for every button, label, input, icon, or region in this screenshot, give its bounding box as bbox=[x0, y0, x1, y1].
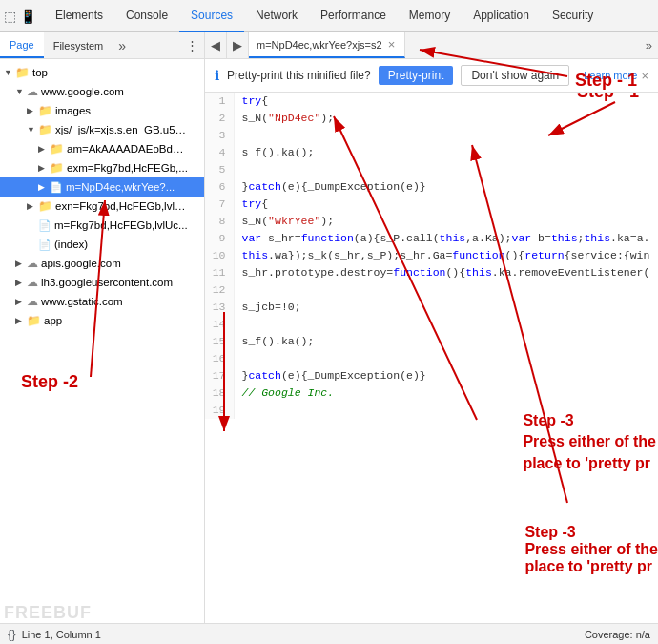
tree-item-am[interactable]: ▶ 📁 am=AkAAAADAEoBdd40... bbox=[0, 139, 204, 158]
cursor-position: Line 1, Column 1 bbox=[22, 629, 101, 640]
file-tab-bar: ◀ ▶ m=NpD4ec,wkrYee?xjs=s2 × » bbox=[205, 32, 658, 59]
panel-settings-icon[interactable]: ⋮ bbox=[180, 32, 204, 58]
file-tab-more[interactable]: » bbox=[640, 32, 658, 58]
pretty-print-banner: ℹ Pretty-print this minified file? Prett… bbox=[205, 59, 658, 93]
tab-nav: Elements Console Sources Network Perform… bbox=[44, 0, 605, 32]
table-row: 17}catch(e){_DumpException(e)} bbox=[205, 367, 658, 384]
nav-forward-icon[interactable]: ▶ bbox=[227, 32, 249, 58]
inspect-icon[interactable]: ⬚ bbox=[4, 9, 16, 24]
banner-right: Learn more × bbox=[584, 69, 648, 83]
device-icon[interactable]: 📱 bbox=[20, 9, 36, 24]
coverage-status: Coverage: n/a bbox=[585, 629, 650, 640]
tab-network[interactable]: Network bbox=[244, 0, 309, 32]
status-left: {} Line 1, Column 1 bbox=[8, 627, 101, 641]
table-row: 14 bbox=[205, 316, 658, 333]
tree-item-lh3[interactable]: ▶ ☁ lh3.googleusercontent.com bbox=[0, 273, 204, 292]
tree-item-apis[interactable]: ▶ ☁ apis.google.com bbox=[0, 254, 204, 273]
table-row: 16 bbox=[205, 350, 658, 367]
tab-application[interactable]: Application bbox=[462, 0, 541, 32]
table-row: 7try{ bbox=[205, 196, 658, 213]
tab-performance[interactable]: Performance bbox=[309, 0, 398, 32]
table-row: 5 bbox=[205, 161, 658, 178]
table-row: 19 bbox=[205, 402, 658, 419]
tree-item-app[interactable]: ▶ 📁 app bbox=[0, 311, 204, 330]
dont-show-again-button[interactable]: Don't show again bbox=[461, 65, 569, 86]
tree-item-gstatic[interactable]: ▶ ☁ www.gstatic.com bbox=[0, 292, 204, 311]
learn-more-link[interactable]: Learn more bbox=[584, 70, 637, 81]
left-panel-tabs: Page Filesystem » ⋮ bbox=[0, 32, 204, 59]
tab-elements[interactable]: Elements bbox=[44, 0, 114, 32]
table-row: 15s_f().ka(); bbox=[205, 333, 658, 350]
panel-tab-filesystem[interactable]: Filesystem bbox=[44, 32, 113, 58]
code-area[interactable]: 1try{2s_N("NpD4ec");34s_f().ka();56}catc… bbox=[205, 93, 658, 623]
table-row: 6}catch(e){_DumpException(e)} bbox=[205, 178, 658, 196]
table-row: 13s_jcb=!0; bbox=[205, 299, 658, 316]
file-tree: ▼ 📁 top ▼ ☁ www.google.com ▶ 📁 images ▼ … bbox=[0, 59, 204, 623]
file-tab-label: m=NpD4ec,wkrYee?xjs=s2 bbox=[257, 39, 382, 51]
table-row: 2s_N("NpD4ec"); bbox=[205, 110, 658, 127]
devtools-toolbar: ⬚ 📱 Elements Console Sources Network Per… bbox=[0, 0, 658, 32]
table-row: 11s_hr.prototype.destroy=function(){this… bbox=[205, 264, 658, 281]
toolbar-icons: ⬚ 📱 bbox=[4, 9, 36, 24]
tree-item-exn[interactable]: ▶ 📁 exn=Fkg7bd,HcFEGb,lvlUc... bbox=[0, 197, 204, 216]
step3-label: Step -3 Press either of the place to 'pr… bbox=[524, 524, 658, 575]
nav-back-icon[interactable]: ◀ bbox=[205, 32, 227, 58]
banner-text: Pretty-print this minified file? bbox=[227, 69, 371, 82]
panel-tab-page[interactable]: Page bbox=[0, 32, 44, 58]
tree-item-m-active[interactable]: ▶ 📄 m=NpD4ec,wkrYee?... bbox=[0, 177, 204, 197]
panel-tab-more[interactable]: » bbox=[113, 32, 132, 58]
table-row: 1try{ bbox=[205, 93, 658, 110]
tree-item-exm[interactable]: ▶ 📁 exm=Fkg7bd,HcFEGb,... bbox=[0, 158, 204, 177]
tab-security[interactable]: Security bbox=[541, 0, 605, 32]
file-tab-close-icon[interactable]: × bbox=[388, 38, 396, 51]
table-row: 4s_f().ka(); bbox=[205, 144, 658, 161]
tree-item-google[interactable]: ▼ ☁ www.google.com bbox=[0, 82, 204, 101]
status-bar: {} Line 1, Column 1 Coverage: n/a bbox=[0, 623, 658, 644]
table-row: 9var s_hr=function(a){s_P.call(this,a.Ka… bbox=[205, 230, 658, 247]
devtools-body: Page Filesystem » ⋮ ▼ 📁 top ▼ ☁ www.goog… bbox=[0, 32, 658, 623]
pretty-print-button[interactable]: Pretty-print bbox=[379, 66, 454, 85]
table-row: 10this.wa});s_k(s_hr,s_P);s_hr.Ga=functi… bbox=[205, 247, 658, 264]
table-row: 18// Google Inc. bbox=[205, 384, 658, 402]
tab-memory[interactable]: Memory bbox=[398, 0, 462, 32]
tree-item-m2[interactable]: ▶ 📄 m=Fkg7bd,HcFEGb,lvlUc... bbox=[0, 216, 204, 235]
tab-console[interactable]: Console bbox=[114, 0, 179, 32]
info-icon: ℹ bbox=[215, 68, 219, 83]
table-row: 12 bbox=[205, 281, 658, 299]
tree-item-top[interactable]: ▼ 📁 top bbox=[0, 63, 204, 82]
code-table: 1try{2s_N("NpD4ec");34s_f().ka();56}catc… bbox=[205, 93, 658, 419]
right-panel: ◀ ▶ m=NpD4ec,wkrYee?xjs=s2 × » ℹ Pretty-… bbox=[205, 32, 658, 623]
table-row: 3 bbox=[205, 127, 658, 144]
left-panel: Page Filesystem » ⋮ ▼ 📁 top ▼ ☁ www.goog… bbox=[0, 32, 205, 623]
banner-close-icon[interactable]: × bbox=[641, 69, 648, 83]
file-tab-active[interactable]: m=NpD4ec,wkrYee?xjs=s2 × bbox=[249, 32, 405, 58]
tree-item-xjs[interactable]: ▼ 📁 xjs/_js/k=xjs.s.en_GB.u5L... bbox=[0, 120, 204, 139]
tree-item-images[interactable]: ▶ 📁 images bbox=[0, 101, 204, 120]
tree-item-index[interactable]: ▶ 📄 (index) bbox=[0, 235, 204, 254]
tab-sources[interactable]: Sources bbox=[179, 0, 244, 32]
table-row: 8s_N("wkrYee"); bbox=[205, 213, 658, 230]
pretty-print-toggle-icon[interactable]: {} bbox=[8, 627, 16, 641]
